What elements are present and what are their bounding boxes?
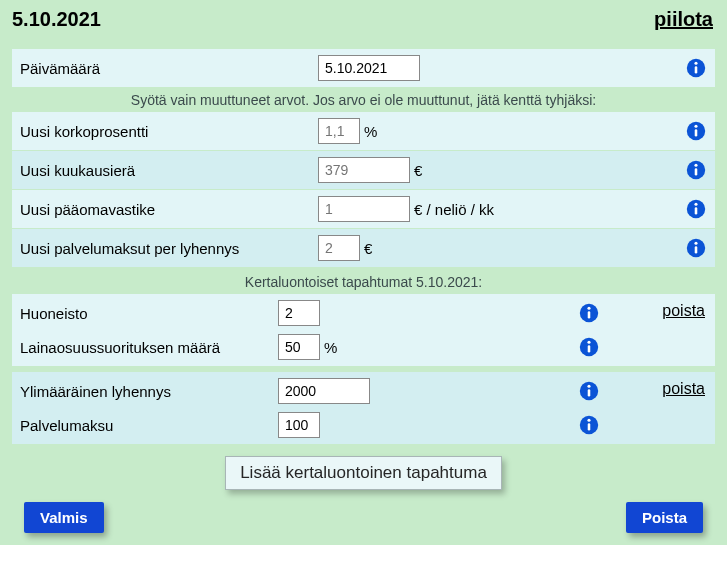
suffix-service: € — [364, 240, 372, 257]
svg-rect-4 — [695, 129, 698, 136]
input-capital[interactable] — [318, 196, 410, 222]
svg-point-26 — [587, 419, 590, 422]
input-rate[interactable] — [318, 118, 360, 144]
svg-rect-19 — [588, 345, 591, 352]
svg-point-17 — [587, 307, 590, 310]
label-date: Päivämäärä — [20, 60, 318, 77]
header-date: 5.10.2021 — [12, 8, 101, 31]
hide-link[interactable]: piilota — [654, 8, 713, 31]
input-date[interactable] — [318, 55, 420, 81]
event-row: Lainaosuussuorituksen määrä % — [12, 330, 715, 364]
instruction-text: Syötä vain muuttuneet arvot. Jos arvo ei… — [12, 88, 715, 112]
event-label: Ylimääräinen lyhennys — [20, 383, 278, 400]
suffix-monthly: € — [414, 162, 422, 179]
svg-point-8 — [694, 164, 697, 167]
row-rate: Uusi korkoprosentti % — [12, 112, 715, 150]
info-icon[interactable] — [578, 414, 600, 436]
svg-rect-25 — [588, 423, 591, 430]
svg-point-5 — [694, 125, 697, 128]
svg-point-11 — [694, 203, 697, 206]
input-service-fee[interactable] — [278, 412, 320, 438]
row-capital: Uusi pääomavastike € / neliö / kk — [12, 190, 715, 228]
svg-rect-13 — [695, 246, 698, 253]
input-monthly[interactable] — [318, 157, 410, 183]
remove-link[interactable]: poista — [662, 302, 705, 320]
event-suffix: % — [324, 339, 337, 356]
svg-point-23 — [587, 385, 590, 388]
svg-rect-16 — [588, 311, 591, 318]
add-event-button[interactable]: Lisää kertaluontoinen tapahtuma — [225, 456, 502, 490]
remove-link[interactable]: poista — [662, 380, 705, 398]
delete-button[interactable]: Poista — [626, 502, 703, 533]
svg-rect-10 — [695, 207, 698, 214]
info-icon[interactable] — [578, 336, 600, 358]
done-button[interactable]: Valmis — [24, 502, 104, 533]
info-icon[interactable] — [685, 57, 707, 79]
input-extra-payment[interactable] — [278, 378, 370, 404]
info-icon[interactable] — [578, 380, 600, 402]
event-block: Huoneisto poista Lainaosuussuorituksen m… — [12, 294, 715, 366]
row-date: Päivämäärä — [12, 49, 715, 87]
info-icon[interactable] — [685, 237, 707, 259]
input-service[interactable] — [318, 235, 360, 261]
suffix-capital: € / neliö / kk — [414, 201, 494, 218]
event-label: Huoneisto — [20, 305, 278, 322]
input-loan-share[interactable] — [278, 334, 320, 360]
suffix-rate: % — [364, 123, 377, 140]
svg-rect-22 — [588, 389, 591, 396]
svg-point-2 — [694, 62, 697, 65]
event-row: Palvelumaksu — [12, 408, 715, 442]
label-capital: Uusi pääomavastike — [20, 201, 318, 218]
info-icon[interactable] — [685, 120, 707, 142]
event-label: Lainaosuussuorituksen määrä — [20, 339, 278, 356]
events-header: Kertaluontoiset tapahtumat 5.10.2021: — [12, 268, 715, 294]
info-icon[interactable] — [685, 159, 707, 181]
event-block: Ylimääräinen lyhennys poista Palvelumaks… — [12, 372, 715, 444]
svg-rect-1 — [695, 66, 698, 73]
svg-point-14 — [694, 242, 697, 245]
event-row: Ylimääräinen lyhennys poista — [12, 374, 715, 408]
panel-header: 5.10.2021 piilota — [0, 0, 727, 49]
form-panel: 5.10.2021 piilota Päivämäärä Syötä vain … — [0, 0, 727, 545]
row-service: Uusi palvelumaksut per lyhennys € — [12, 229, 715, 267]
input-apartment[interactable] — [278, 300, 320, 326]
svg-point-20 — [587, 341, 590, 344]
label-service: Uusi palvelumaksut per lyhennys — [20, 240, 318, 257]
info-icon[interactable] — [578, 302, 600, 324]
event-label: Palvelumaksu — [20, 417, 278, 434]
label-monthly: Uusi kuukausierä — [20, 162, 318, 179]
row-monthly: Uusi kuukausierä € — [12, 151, 715, 189]
svg-rect-7 — [695, 168, 698, 175]
label-rate: Uusi korkoprosentti — [20, 123, 318, 140]
info-icon[interactable] — [685, 198, 707, 220]
event-row: Huoneisto poista — [12, 296, 715, 330]
